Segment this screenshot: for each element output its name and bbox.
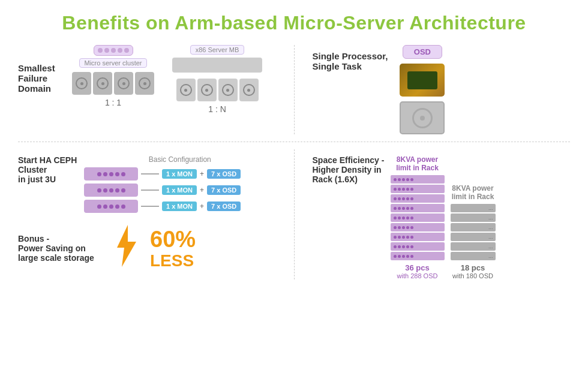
x86-cluster-group: x86 Server MB [172,45,262,114]
gray-bars: ... ... ... ... ... ... [451,204,496,260]
ceph-purple-bar-3 [84,200,138,213]
bar-dot [402,236,405,239]
space-label: Space Efficiency - Higher Density in Rac… [313,155,385,184]
bar-dot [394,236,397,239]
disk-circle [180,84,192,96]
ceph-dot [121,204,125,209]
rack-bar-g-2: ... [451,213,496,222]
plus-1: + [200,170,204,178]
disk-unit [114,72,133,95]
disk-core [122,82,125,85]
connector-2 [141,190,159,191]
bar-dot [406,226,409,229]
osd-disk-inner [412,108,433,128]
less-text: LESS [150,252,196,269]
mon-box-3: 1 x MON [162,201,197,211]
ceph-dot [109,188,113,193]
bar-dot [394,207,397,210]
disk-visual [72,72,91,95]
purple-bars [391,175,445,260]
ceph-dot [103,188,107,193]
micro-dot [111,48,116,53]
top-left-section: Smallest Failure Domain Mic [18,45,295,134]
x86-disks-row [176,79,259,101]
rack-bar-p-1 [391,175,445,184]
ceph-purple-bar-2 [84,184,138,197]
disk-unit [93,72,112,95]
processor-label: Single Processor, Single Task [313,45,388,71]
gray-count-line1: 18 pcs [461,263,485,272]
disk-visual [239,79,259,101]
micro-dot [104,48,109,53]
ratio-1-n: 1 : N [208,104,226,114]
bar-dot [402,197,405,200]
disk-circle [97,77,109,89]
ceph-dot [121,188,125,193]
bar-dot [402,255,405,258]
disk-unit [239,79,259,101]
ceph-diagram: Basic Configuration 1 x MON + [84,155,276,216]
micro-dot [98,48,103,53]
disk-core [205,89,208,92]
bar-dot [410,255,413,258]
bar-dot [402,188,405,191]
top-right-section: Single Processor, Single Task OSD [295,45,571,134]
bar-dot [398,216,401,219]
bar-dot [402,207,405,210]
bar-dot [406,236,409,239]
mon-box-2: 1 x MON [162,185,197,195]
power-section: Bonus - Power Saving on large scale stor… [18,225,276,272]
bar-dot [402,216,405,219]
ceph-dot [121,172,125,176]
bar-dot [410,236,413,239]
ceph-dot [115,188,119,193]
disk-core [226,89,229,92]
rack-bar-g-1: ... [451,204,496,212]
micro-disks-row [72,72,154,95]
ceph-dot [115,172,119,176]
bar-dot [398,207,401,210]
bar-dot [406,216,409,219]
ceph-row-2: 1 x MON + 7 x OSD [84,184,276,197]
rack-bar-p-2 [391,185,445,193]
disk-core [247,89,250,92]
osd-box-2: 7 x OSD [207,185,241,195]
bar-dot [394,226,397,229]
space-efficiency: Space Efficiency - Higher Density in Rac… [313,155,571,279]
bar-dot [398,226,401,229]
bar-dot [410,178,413,181]
micro-cluster-bar [94,45,133,56]
bar-dot [398,178,401,181]
failure-domain: Smallest Failure Domain Mic [18,45,276,114]
bar-dot [402,226,405,229]
gray-rack: 8KVA power limit in Rack ... ... ... ...… [451,155,496,279]
cluster-diagrams: Micro server cluster [72,45,276,114]
bar-dot [402,178,405,181]
ceph-purple-bar-1 [84,167,138,181]
bar-dot [410,207,413,210]
x86-server-bar [172,58,262,73]
mon-box-1: 1 x MON [162,169,197,179]
bottom-section: Start HA CEPH Cluster in just 3U Basic C… [18,149,570,279]
connector-1 [141,173,159,175]
disk-circle [139,77,151,89]
bar-dot [406,178,409,181]
disk-unit [197,79,217,101]
disk-circle [76,77,88,89]
bar-dot [398,255,401,258]
connector-3 [141,206,159,207]
lightning-svg [111,225,141,267]
top-section: Smallest Failure Domain Mic [18,45,570,134]
bar-dot [394,245,397,248]
rack-bar-p-5 [391,213,445,222]
rack-bar-p-8 [391,242,445,251]
bar-dot [398,236,401,239]
rack-bar-p-3 [391,194,445,203]
bottom-right-section: Space Efficiency - Higher Density in Rac… [295,149,571,279]
ceph-section: Start HA CEPH Cluster in just 3U Basic C… [18,155,276,216]
bar-dot [406,197,409,200]
disk-unit [176,79,196,101]
ceph-label: Start HA CEPH Cluster in just 3U [18,155,78,184]
osd-chip-inner [407,71,437,89]
gray-count-line2: with 180 OSD [452,272,493,279]
